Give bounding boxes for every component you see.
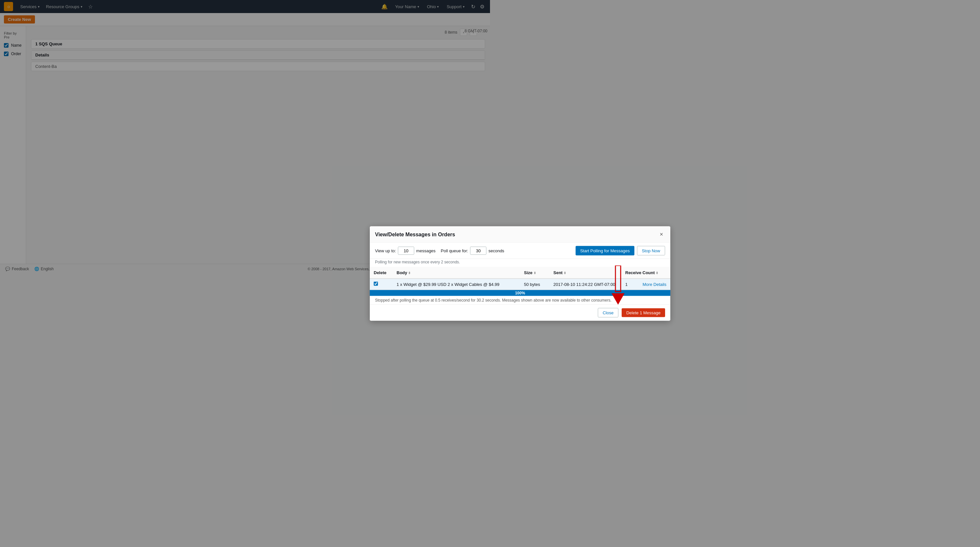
modal-toolbar: View up to: messages Poll queue for: sec…	[370, 243, 490, 259]
body-column-header[interactable]: Body	[393, 267, 490, 274]
poll-queue-label: Poll queue for:	[441, 248, 468, 253]
messages-label: messages	[416, 248, 436, 253]
polling-status-text: Polling for new messages once every 2 se…	[370, 259, 490, 267]
modal-title: View/Delete Messages in Orders	[375, 231, 455, 237]
delete-column-header: Delete	[370, 267, 393, 274]
view-up-to-label: View up to:	[375, 248, 396, 253]
modal-header: View/Delete Messages in Orders ×	[370, 227, 490, 243]
view-delete-messages-modal: View/Delete Messages in Orders × View up…	[370, 227, 490, 274]
messages-table-container: Delete Body Size Sent Receive Count 1 x …	[370, 267, 490, 274]
seconds-label: seconds	[488, 248, 490, 253]
poll-queue-input[interactable]	[470, 247, 487, 255]
polling-status-label: Polling for new messages once every 2 se…	[375, 260, 460, 264]
poll-queue-group: Poll queue for: seconds	[441, 247, 490, 255]
view-up-to-group: View up to: messages	[375, 247, 436, 255]
messages-table: Delete Body Size Sent Receive Count 1 x …	[370, 267, 490, 274]
table-header-row: Delete Body Size Sent Receive Count	[370, 267, 490, 274]
view-up-to-input[interactable]	[398, 247, 414, 255]
